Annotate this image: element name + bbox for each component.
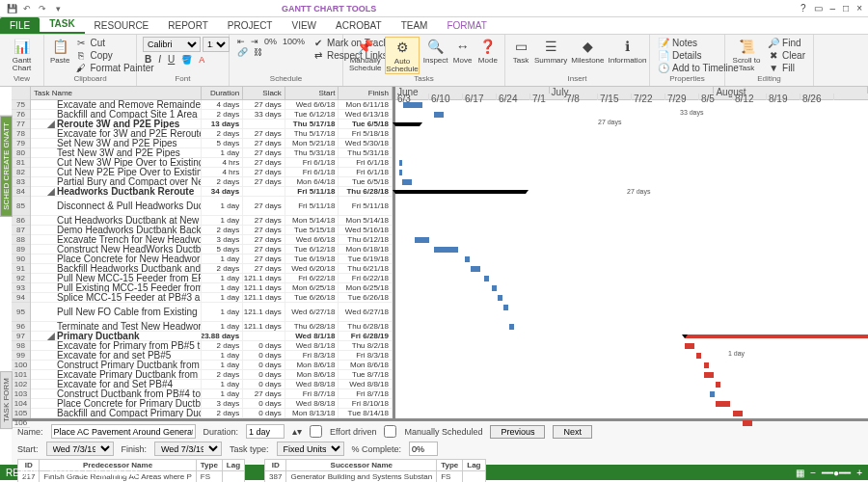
table-row[interactable]: Excavate Primary Ductbank from PB#4 to P…: [31, 370, 393, 380]
caret-icon[interactable]: ◢: [47, 187, 55, 196]
gantt-bar[interactable]: [434, 112, 444, 118]
table-row[interactable]: Excavate for and Set PB#41 day0 daysWed …: [31, 380, 393, 389]
table-row[interactable]: Excavate for 3W and P2E Reroute2 days27 …: [31, 129, 393, 139]
table-row[interactable]: ◢Primary Ductbank223.88 daysWed 8/1/18Fr…: [31, 332, 393, 341]
gantt-bar[interactable]: [710, 391, 715, 397]
row-id[interactable]: 98: [12, 341, 30, 351]
col-start[interactable]: Start: [285, 87, 339, 99]
gantt-bar[interactable]: [492, 285, 497, 291]
unlink-button[interactable]: ⛓: [252, 47, 264, 57]
gantt-bar[interactable]: [743, 420, 752, 426]
row-id[interactable]: 91: [12, 264, 30, 274]
row-id[interactable]: 89: [12, 245, 30, 254]
table-row[interactable]: ◢Reroute 3W and P2E Pipes13 daysThu 5/17…: [31, 120, 393, 129]
table-row[interactable]: Excavate and Remove Remainder of Abandon…: [31, 100, 393, 110]
col-task-name[interactable]: Task Name: [31, 87, 202, 99]
table-row[interactable]: Test New 3W and P2E Pipes1 day27 daysThu…: [31, 148, 393, 158]
row-id[interactable]: 92: [12, 274, 30, 283]
gantt-bar[interactable]: [434, 247, 458, 253]
form-tasktype-select[interactable]: Fixed Units: [277, 442, 344, 456]
row-id[interactable]: 75: [12, 100, 30, 110]
view-shortcut-icon[interactable]: ▦: [796, 468, 804, 478]
underline-button[interactable]: U: [166, 54, 176, 65]
table-row[interactable]: Disconnect & Pull Headworks Ductbank Cab…: [31, 197, 393, 216]
row-id[interactable]: 103: [12, 389, 30, 399]
row-id[interactable]: 100: [12, 361, 30, 370]
gantt-bar[interactable]: [415, 237, 429, 243]
gantt-chart-button[interactable]: 📊Gantt Chart: [6, 37, 38, 72]
gantt-bar[interactable]: [395, 122, 420, 126]
insert-task-button[interactable]: ▭Task: [511, 37, 530, 65]
row-id[interactable]: 99: [12, 351, 30, 361]
find-button[interactable]: 🔎Find: [766, 37, 807, 48]
tab-task[interactable]: TASK: [40, 15, 84, 34]
form-pct-input[interactable]: [409, 442, 438, 456]
fill-button[interactable]: ▼Fill: [766, 62, 807, 73]
table-row[interactable]: ◢Headworks Ductbank Reroute34 daysFri 5/…: [31, 187, 393, 197]
gantt-bar[interactable]: [399, 170, 402, 175]
qat-undo-icon[interactable]: ↶: [21, 3, 33, 14]
table-row[interactable]: Pull New FO Cable from Existing Electric…: [31, 303, 393, 322]
font-family-select[interactable]: Calibri: [143, 37, 201, 52]
duration-spinner-icon[interactable]: ▴▾: [292, 426, 302, 437]
table-row[interactable]: Construct New HeadWorks Ductbank5 days27…: [31, 245, 393, 254]
table-row[interactable]: Pull Existing MCC-15 Feeder from Headwor…: [31, 283, 393, 293]
row-id[interactable]: 78: [12, 129, 30, 139]
table-row[interactable]: Backfill Headworks Ductbank and Compact2…: [31, 264, 393, 274]
tab-acrobat[interactable]: ACROBAT: [326, 17, 392, 34]
row-id[interactable]: 93: [12, 283, 30, 293]
gantt-bar[interactable]: [402, 179, 412, 185]
gantt-bar[interactable]: [716, 401, 730, 407]
caret-icon[interactable]: ◢: [47, 332, 55, 340]
bold-button[interactable]: B: [143, 54, 153, 65]
table-row[interactable]: Backfill and Compact Site 1 Area2 days33…: [31, 110, 393, 120]
row-id[interactable]: 95: [12, 303, 30, 322]
table-row[interactable]: Excavate Trench for New Headworks Ductba…: [31, 235, 393, 245]
gantt-bar[interactable]: [465, 256, 470, 262]
close-icon[interactable]: ×: [856, 3, 862, 13]
row-id[interactable]: 81: [12, 158, 30, 168]
table-row[interactable]: Place Concrete for New Headworks Ductban…: [31, 254, 393, 264]
table-row[interactable]: Construct Primary Ductbank from PB#5 to …: [31, 361, 393, 370]
gantt-bar[interactable]: [503, 305, 508, 310]
summary-button[interactable]: ☰Summary: [534, 37, 567, 65]
manually-schedule-button[interactable]: 📌Manually Schedule: [349, 37, 381, 72]
outdent-button[interactable]: ⇤: [235, 37, 247, 46]
gantt-bar[interactable]: [395, 190, 526, 194]
zoom-in-icon[interactable]: +: [856, 468, 862, 478]
help-icon[interactable]: ?: [800, 3, 806, 13]
tab-team[interactable]: TEAM: [392, 17, 438, 34]
gantt-bar[interactable]: [484, 276, 489, 281]
row-id[interactable]: 83: [12, 177, 30, 187]
row-id[interactable]: 101: [12, 370, 30, 380]
effort-driven-checkbox[interactable]: [310, 424, 322, 439]
row-id[interactable]: 76: [12, 110, 30, 120]
italic-button[interactable]: I: [156, 54, 163, 65]
form-duration-input[interactable]: [246, 424, 285, 439]
table-row[interactable]: Demo Headworks Ductbank Back to EPB-1-48…: [31, 226, 393, 235]
gantt-bar[interactable]: [704, 362, 709, 368]
font-size-select[interactable]: 11: [203, 37, 230, 52]
sidetab-gantt[interactable]: SCHED CREATE GNATT: [0, 116, 13, 217]
row-id[interactable]: 82: [12, 168, 30, 177]
zoom-slider[interactable]: ━━●━━: [822, 468, 851, 478]
link-button[interactable]: 🔗: [235, 47, 250, 57]
mode-button[interactable]: ❓Mode: [477, 37, 499, 65]
tab-project[interactable]: PROJECT: [218, 17, 283, 34]
row-id[interactable]: 105: [12, 409, 30, 418]
row-id[interactable]: 102: [12, 380, 30, 389]
col-slack[interactable]: Slack: [243, 87, 285, 99]
milestone-button[interactable]: ◆Milestone: [571, 37, 604, 65]
gantt-bar[interactable]: [509, 324, 514, 330]
scroll-to-task-button[interactable]: 📜Scroll to Task: [731, 37, 762, 72]
table-row[interactable]: Excavate for Primary from PB#5 to MS-12 …: [31, 341, 393, 351]
row-id[interactable]: 84: [12, 187, 30, 197]
gantt-bar[interactable]: [696, 353, 701, 359]
row-id[interactable]: 97: [12, 332, 30, 341]
gantt-bar[interactable]: [704, 372, 714, 378]
qat-redo-icon[interactable]: ↷: [37, 3, 48, 14]
table-row[interactable]: Terminate and Test New Headworks FO Cabl…: [31, 322, 393, 332]
qat-save-icon[interactable]: 💾: [6, 3, 17, 14]
table-row[interactable]: Construct Ductbank from PB#4 to PB#51 da…: [31, 389, 393, 399]
row-id[interactable]: 86: [12, 216, 30, 226]
